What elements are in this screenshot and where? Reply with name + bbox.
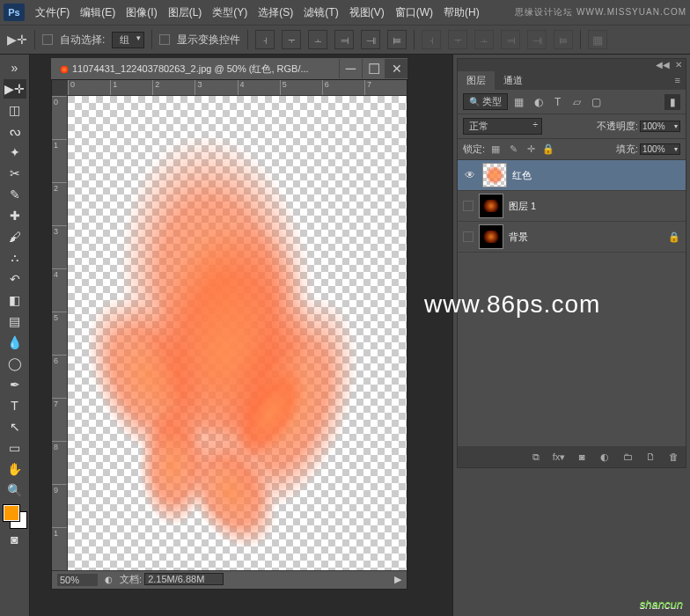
layer-row[interactable]: 背景 🔒 [458, 222, 686, 253]
color-swatch[interactable] [4, 505, 26, 528]
align-right-icon[interactable]: ⫢ [387, 30, 407, 49]
group-icon[interactable]: 🗀 [620, 451, 635, 462]
blend-mode-dropdown[interactable]: 正常 [463, 118, 542, 135]
dist-vcenter-icon[interactable]: ⫟ [448, 30, 467, 49]
shape-tool[interactable]: ▭ [4, 438, 26, 458]
menu-window[interactable]: 窗口(W) [390, 5, 438, 20]
preview-icon[interactable]: ◐ [105, 575, 113, 584]
dist-left-icon[interactable]: ⫤ [501, 30, 520, 49]
autoselect-dropdown[interactable]: 组 [112, 32, 144, 48]
tab-layers[interactable]: 图层 [458, 71, 495, 90]
filter-smart-icon[interactable]: ▢ [589, 94, 605, 110]
lock-position-icon[interactable]: ✛ [524, 143, 538, 155]
layer-mask-icon[interactable]: ◙ [575, 451, 589, 462]
crop-tool[interactable]: ✂ [4, 164, 26, 183]
delete-layer-icon[interactable]: 🗑 [666, 451, 680, 462]
menu-help[interactable]: 帮助(H) [438, 5, 485, 20]
fill-value[interactable]: 100% [640, 143, 680, 155]
ruler-horizontal[interactable]: 01234567 [68, 80, 407, 96]
menu-type[interactable]: 类型(Y) [207, 5, 253, 20]
blur-tool[interactable]: 💧 [4, 333, 26, 352]
link-layers-icon[interactable]: ⧉ [529, 451, 543, 463]
layer-thumb[interactable] [482, 163, 507, 187]
autoselect-checkbox[interactable] [42, 34, 53, 45]
expand-toolbox-icon[interactable]: » [4, 58, 26, 77]
docinfo-value[interactable] [144, 573, 224, 585]
align-bottom-icon[interactable]: ⫠ [308, 30, 327, 49]
autoalign-icon[interactable]: ▦ [588, 30, 607, 49]
dist-bottom-icon[interactable]: ⫠ [474, 30, 494, 49]
document-title[interactable]: 11074431_122403780263_2.jpg @ 50% (红色, R… [51, 62, 339, 76]
hand-tool[interactable]: ✋ [4, 459, 26, 479]
align-vcenter-icon[interactable]: ⫟ [282, 30, 301, 49]
dist-hcenter-icon[interactable]: ⫣ [527, 30, 547, 49]
foreground-color[interactable] [4, 505, 19, 521]
align-hcenter-icon[interactable]: ⫣ [361, 30, 380, 49]
canvas[interactable] [68, 96, 407, 570]
menu-image[interactable]: 图像(I) [121, 5, 162, 20]
filter-adjust-icon[interactable]: ◐ [531, 94, 547, 110]
visibility-toggle[interactable]: 👁 [463, 168, 477, 182]
layer-name[interactable]: 红色 [512, 169, 680, 182]
eraser-tool[interactable]: ◧ [4, 290, 26, 310]
layer-row[interactable]: 👁 红色 [458, 160, 686, 191]
lock-pixels-icon[interactable]: ▦ [488, 143, 503, 155]
menu-view[interactable]: 视图(V) [344, 5, 390, 20]
menu-filter[interactable]: 滤镜(T) [298, 5, 343, 20]
history-brush-tool[interactable]: ↶ [4, 269, 26, 289]
panel-close-icon[interactable]: ✕ [675, 60, 682, 70]
eyedropper-tool[interactable]: ✎ [4, 185, 26, 204]
filter-toggle-icon[interactable]: ▮ [664, 94, 680, 110]
quickmask-tool[interactable]: ◙ [4, 530, 26, 549]
tab-channels[interactable]: 通道 [495, 71, 532, 90]
lock-all-icon[interactable]: 🔒 [541, 143, 555, 155]
gradient-tool[interactable]: ▤ [4, 312, 26, 331]
type-tool[interactable]: T [4, 396, 26, 415]
dodge-tool[interactable]: ◯ [4, 354, 26, 373]
marquee-tool[interactable]: ◫ [4, 100, 26, 120]
pen-tool[interactable]: ✒ [4, 375, 26, 394]
align-top-icon[interactable]: ⫞ [255, 30, 275, 49]
panel-collapse-icon[interactable]: ◀◀ [656, 60, 670, 70]
menu-layer[interactable]: 图层(L) [163, 5, 208, 20]
maximize-button[interactable]: ☐ [362, 59, 385, 78]
dist-right-icon[interactable]: ⫢ [554, 30, 573, 49]
brush-tool[interactable]: 🖌 [4, 227, 26, 246]
status-arrow-icon[interactable]: ▶ [394, 574, 401, 585]
dist-top-icon[interactable]: ⫞ [422, 30, 441, 49]
close-button[interactable]: ✕ [385, 59, 407, 78]
zoom-level[interactable]: 50% [57, 574, 98, 586]
lock-brush-icon[interactable]: ✎ [506, 143, 520, 155]
opacity-value[interactable]: 100% [640, 121, 680, 132]
panel-menu-icon[interactable]: ≡ [670, 75, 686, 85]
ruler-vertical[interactable]: 01234567891 [52, 96, 68, 570]
visibility-toggle[interactable] [463, 231, 473, 242]
layer-row[interactable]: 图层 1 [458, 191, 686, 222]
layer-name[interactable]: 图层 1 [509, 200, 680, 213]
menu-select[interactable]: 选择(S) [253, 5, 298, 20]
visibility-toggle[interactable] [463, 201, 473, 211]
stamp-tool[interactable]: ⛬ [4, 248, 26, 268]
layer-thumb[interactable] [479, 194, 503, 218]
filter-type-icon[interactable]: T [550, 94, 566, 110]
layer-name[interactable]: 背景 [509, 231, 663, 244]
path-select-tool[interactable]: ↖ [4, 417, 26, 436]
filter-shape-icon[interactable]: ▱ [569, 94, 585, 110]
zoom-tool[interactable]: 🔍 [4, 480, 26, 500]
heal-tool[interactable]: ✚ [4, 206, 26, 225]
showcontrols-checkbox[interactable] [159, 34, 170, 45]
app-logo[interactable]: Ps [4, 4, 25, 21]
lasso-tool[interactable]: ᔓ [4, 121, 26, 141]
wand-tool[interactable]: ✦ [4, 143, 26, 162]
menu-file[interactable]: 文件(F) [30, 5, 75, 20]
minimize-button[interactable]: ─ [339, 59, 362, 78]
layer-fx-icon[interactable]: fx▾ [552, 451, 566, 463]
move-tool[interactable]: ▶✛ [4, 79, 26, 99]
filter-pixel-icon[interactable]: ▦ [511, 94, 527, 110]
layer-thumb[interactable] [479, 224, 503, 249]
new-layer-icon[interactable]: 🗋 [643, 451, 657, 462]
menu-edit[interactable]: 编辑(E) [75, 5, 121, 20]
adjustment-layer-icon[interactable]: ◐ [598, 451, 612, 463]
align-left-icon[interactable]: ⫤ [334, 30, 354, 49]
filter-kind-dropdown[interactable]: 类型 [463, 93, 508, 110]
